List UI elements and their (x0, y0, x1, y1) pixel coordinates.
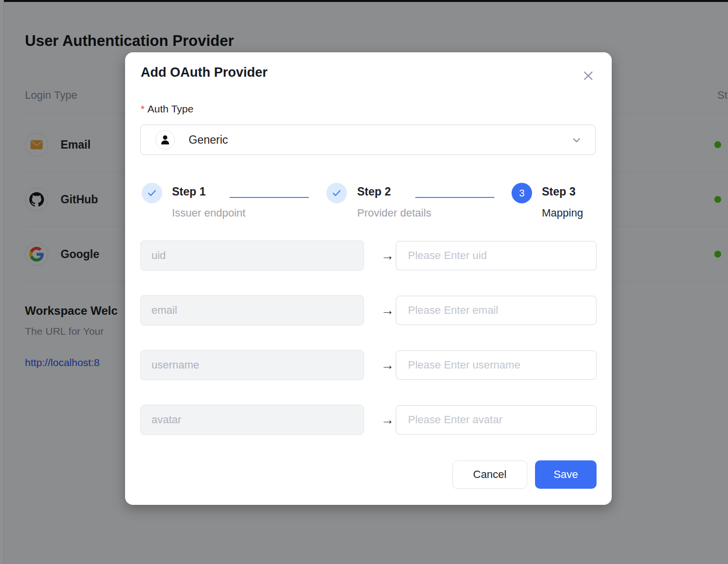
chevron-down-icon (571, 134, 582, 148)
step3-name: Step 3 (542, 185, 576, 198)
auth-type-value: Generic (189, 133, 228, 147)
step1-desc: Issuer endpoint (172, 207, 245, 219)
mapping-row-avatar: → (140, 405, 597, 435)
step1-name: Step 1 (172, 185, 206, 198)
person-icon (155, 130, 175, 150)
step3-number-badge: 3 (512, 183, 532, 203)
close-icon[interactable] (581, 69, 595, 83)
step1-connector (230, 197, 309, 198)
save-button[interactable]: Save (535, 460, 597, 489)
step2-name: Step 2 (357, 185, 391, 198)
dialog-title: Add OAuth Provider (141, 65, 268, 80)
step3-desc: Mapping (542, 207, 583, 219)
email-source-field (140, 295, 364, 325)
step2-connector (415, 197, 494, 198)
mapping-row-username: → (140, 350, 597, 380)
required-asterisk: * (141, 104, 145, 114)
username-target-input[interactable] (396, 350, 597, 380)
uid-target-input[interactable] (396, 241, 597, 270)
step1-check-icon (142, 183, 162, 203)
username-source-field (140, 350, 364, 380)
mapping-row-email: → (140, 295, 597, 325)
email-target-input[interactable] (396, 296, 597, 325)
avatar-target-input[interactable] (396, 405, 597, 434)
step2-check-icon (326, 183, 347, 203)
auth-type-label: *Auth Type (141, 103, 193, 115)
auth-type-select[interactable]: Generic (140, 125, 596, 155)
cancel-button[interactable]: Cancel (452, 460, 527, 489)
step2-desc: Provider details (357, 207, 431, 219)
avatar-source-field (140, 405, 364, 435)
mapping-row-uid: → (140, 240, 597, 271)
add-oauth-provider-dialog: Add OAuth Provider *Auth Type Generic St… (125, 52, 612, 505)
uid-source-field (140, 240, 364, 271)
